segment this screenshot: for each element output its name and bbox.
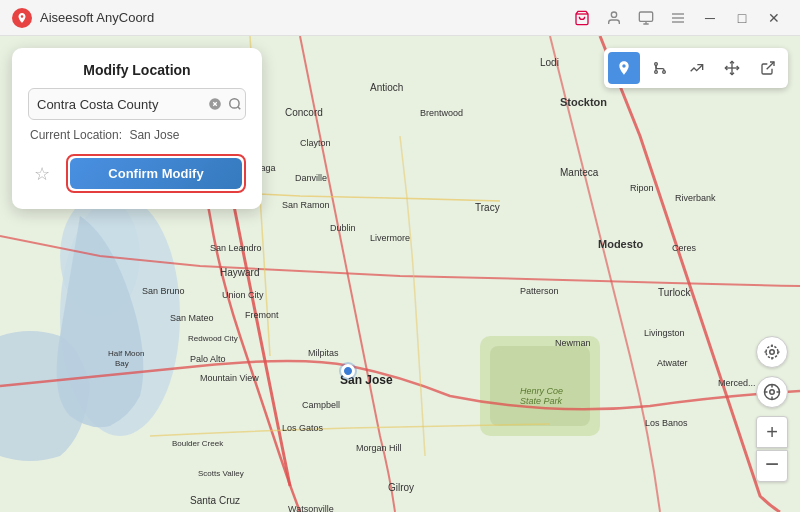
svg-text:Ripon: Ripon — [630, 183, 654, 193]
svg-point-66 — [766, 346, 778, 358]
confirm-btn-wrapper: Confirm Modify — [66, 154, 246, 193]
current-location-row: Current Location: San Jose — [28, 128, 246, 142]
target-button[interactable] — [756, 376, 788, 408]
svg-text:Modesto: Modesto — [598, 238, 644, 250]
svg-text:Watsonville: Watsonville — [288, 504, 334, 512]
svg-text:Palo Alto: Palo Alto — [190, 354, 226, 364]
menu-icon[interactable] — [664, 4, 692, 32]
search-clear-button[interactable] — [205, 94, 225, 114]
titlebar-controls: ─ □ ✕ — [568, 4, 788, 32]
svg-text:Gilroy: Gilroy — [388, 482, 414, 493]
svg-point-60 — [655, 63, 658, 66]
svg-text:Bay: Bay — [115, 359, 129, 368]
zoom-in-button[interactable]: + — [756, 416, 788, 448]
svg-text:Redwood City: Redwood City — [188, 334, 238, 343]
zoom-out-button[interactable]: − — [756, 450, 788, 482]
svg-text:Ceres: Ceres — [672, 243, 697, 253]
svg-text:Half Moon: Half Moon — [108, 349, 144, 358]
confirm-modify-button[interactable]: Confirm Modify — [70, 158, 242, 189]
svg-text:San Leandro: San Leandro — [210, 243, 262, 253]
svg-text:Scotts Valley: Scotts Valley — [198, 469, 244, 478]
locate-button[interactable] — [756, 336, 788, 368]
svg-text:Clayton: Clayton — [300, 138, 331, 148]
svg-text:Turlock: Turlock — [658, 287, 691, 298]
location-pin-icon — [16, 12, 28, 24]
svg-text:Los Banos: Los Banos — [645, 418, 688, 428]
svg-point-76 — [230, 99, 239, 108]
svg-text:San Ramon: San Ramon — [282, 200, 330, 210]
svg-text:Morgan Hill: Morgan Hill — [356, 443, 402, 453]
search-input[interactable] — [37, 97, 205, 112]
svg-text:Milpitas: Milpitas — [308, 348, 339, 358]
svg-text:Riverbank: Riverbank — [675, 193, 716, 203]
svg-text:Hayward: Hayward — [220, 267, 259, 278]
svg-point-65 — [770, 350, 775, 355]
svg-point-62 — [655, 71, 658, 74]
cart-icon[interactable] — [568, 4, 596, 32]
export-tool-button[interactable] — [752, 52, 784, 84]
svg-point-1 — [611, 12, 616, 17]
svg-text:Atwater: Atwater — [657, 358, 688, 368]
svg-text:San Mateo: San Mateo — [170, 313, 214, 323]
svg-text:San Bruno: San Bruno — [142, 286, 185, 296]
map-controls-br: + − — [756, 336, 788, 482]
svg-text:Livingston: Livingston — [644, 328, 685, 338]
search-row — [28, 88, 246, 120]
favorite-button[interactable]: ☆ — [28, 160, 56, 188]
svg-text:Stockton: Stockton — [560, 96, 607, 108]
svg-text:Antioch: Antioch — [370, 82, 403, 93]
svg-text:Fremont: Fremont — [245, 310, 279, 320]
svg-text:Los Gatos: Los Gatos — [282, 423, 324, 433]
current-location-label: Current Location: — [30, 128, 122, 142]
svg-rect-2 — [639, 12, 652, 21]
svg-text:Patterson: Patterson — [520, 286, 559, 296]
screen-icon[interactable] — [632, 4, 660, 32]
svg-text:Livermore: Livermore — [370, 233, 410, 243]
route-tool-button[interactable] — [644, 52, 676, 84]
svg-text:Santa Cruz: Santa Cruz — [190, 495, 240, 506]
move-tool-button[interactable] — [716, 52, 748, 84]
action-row: ☆ Confirm Modify — [28, 154, 246, 193]
svg-text:Campbell: Campbell — [302, 400, 340, 410]
svg-point-61 — [663, 71, 666, 74]
svg-text:Union City: Union City — [222, 290, 264, 300]
user-icon[interactable] — [600, 4, 628, 32]
svg-text:Concord: Concord — [285, 107, 323, 118]
svg-text:Brentwood: Brentwood — [420, 108, 463, 118]
pin-tool-button[interactable] — [608, 52, 640, 84]
map-toolbar — [604, 48, 788, 88]
titlebar-left: Aiseesoft AnyCoord — [12, 8, 154, 28]
svg-text:Lodi: Lodi — [540, 57, 559, 68]
path-tool-button[interactable] — [680, 52, 712, 84]
close-button[interactable]: ✕ — [760, 4, 788, 32]
svg-text:Mountain View: Mountain View — [200, 373, 259, 383]
svg-text:Henry Coe: Henry Coe — [520, 386, 563, 396]
svg-text:State Park: State Park — [520, 396, 563, 406]
svg-text:Danville: Danville — [295, 173, 327, 183]
map-container: Henry Coe State Park Antioch Concord Bre… — [0, 36, 800, 512]
svg-text:Newman: Newman — [555, 338, 591, 348]
location-dot — [341, 364, 355, 378]
modify-panel-title: Modify Location — [28, 62, 246, 78]
search-icon[interactable] — [225, 94, 245, 114]
app-icon — [12, 8, 32, 28]
current-location-value: San Jose — [129, 128, 179, 142]
maximize-button[interactable]: □ — [728, 4, 756, 32]
app-title: Aiseesoft AnyCoord — [40, 10, 154, 25]
svg-text:Dublin: Dublin — [330, 223, 356, 233]
titlebar: Aiseesoft AnyCoord ─ □ ✕ — [0, 0, 800, 36]
svg-text:Manteca: Manteca — [560, 167, 599, 178]
svg-text:Boulder Creek: Boulder Creek — [172, 439, 224, 448]
minimize-button[interactable]: ─ — [696, 4, 724, 32]
modify-panel: Modify Location Current Location: San Jo… — [12, 48, 262, 209]
svg-point-68 — [770, 390, 775, 395]
svg-text:Merced...: Merced... — [718, 378, 756, 388]
svg-text:Tracy: Tracy — [475, 202, 500, 213]
